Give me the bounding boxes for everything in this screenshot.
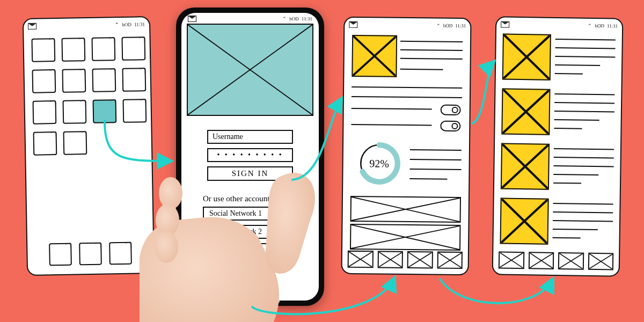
dock-icon[interactable] [49, 243, 72, 266]
text-line [553, 165, 613, 167]
sign-in-button[interactable]: SIGN IN [207, 166, 293, 181]
avatar-placeholder [352, 35, 397, 77]
text-line [400, 58, 463, 60]
image-placeholder [350, 224, 460, 251]
text-line [555, 56, 615, 58]
text-line [352, 108, 432, 110]
clock-text: 11:31 [607, 23, 618, 28]
home-bar[interactable] [221, 300, 280, 303]
text-line [555, 47, 616, 49]
wireframe-flow-diagram: ⌃ bOD 11:31 [0, 0, 644, 322]
username-field[interactable]: Username [207, 130, 293, 144]
text-line [554, 128, 582, 129]
tab-item[interactable] [588, 253, 613, 270]
text-line [351, 124, 431, 126]
feed-row[interactable] [501, 143, 614, 191]
tab-item[interactable] [558, 252, 584, 270]
text-line [553, 182, 581, 184]
signal-text: bOD [443, 23, 453, 28]
password-field[interactable]: • • • • • • • • • [207, 148, 293, 162]
app-icon[interactable] [92, 68, 116, 92]
device-screen: ⌃ bOD 11:31 Username • • • • • • • • • S… [181, 13, 319, 301]
mail-icon [501, 21, 509, 28]
text-line [553, 174, 598, 175]
feed-row[interactable] [500, 198, 613, 246]
text-line [553, 220, 613, 222]
social-login-button[interactable]: Social Network 2 [203, 225, 297, 239]
toggle-switch[interactable] [441, 105, 461, 115]
text-line [554, 148, 614, 150]
tab-item[interactable] [528, 252, 554, 269]
text-line [400, 49, 463, 51]
clock-text: 11:31 [302, 16, 312, 21]
text-line [352, 96, 462, 98]
progress-gauge: 92% [356, 140, 402, 187]
app-icon[interactable] [91, 37, 115, 61]
svg-point-4 [155, 231, 178, 263]
app-icon[interactable] [31, 38, 55, 62]
screen-feed: ⌃ bOD 11:31 [492, 16, 624, 276]
dock [27, 241, 153, 266]
text-line [409, 178, 447, 180]
text-line [410, 159, 462, 160]
tab-item[interactable] [499, 251, 524, 269]
clock-text: 11:31 [134, 21, 145, 27]
wifi-icon: ⌃ [115, 22, 119, 27]
image-placeholder [350, 196, 461, 223]
app-icon[interactable] [33, 100, 57, 125]
status-bar: ⌃ bOD 11:31 [501, 21, 618, 30]
tab-item[interactable] [348, 251, 374, 268]
app-icon[interactable] [63, 131, 87, 155]
login-form: Username • • • • • • • • • SIGN IN [207, 130, 293, 181]
text-line [554, 111, 614, 113]
thumbnail-placeholder [502, 34, 551, 80]
tab-item[interactable] [377, 251, 403, 268]
dock-icon[interactable] [109, 242, 132, 265]
app-icon[interactable] [62, 69, 86, 93]
app-icon[interactable] [32, 69, 56, 93]
text-line [553, 229, 598, 230]
app-icon[interactable] [121, 36, 145, 61]
text-line [400, 69, 443, 70]
text-line [554, 157, 614, 159]
social-login-button[interactable]: Social Network 1 [203, 207, 297, 221]
toggle-switch[interactable] [440, 121, 460, 131]
wifi-icon: ⌃ [588, 23, 592, 28]
app-icon[interactable] [122, 68, 146, 92]
app-icon[interactable] [63, 100, 87, 124]
signal-text: bOD [289, 16, 299, 21]
app-icon-selected[interactable] [92, 99, 116, 123]
tab-item[interactable] [407, 251, 433, 268]
tab-item[interactable] [437, 252, 463, 269]
status-right: ⌃ bOD 11:31 [282, 16, 312, 21]
mail-icon [188, 16, 196, 22]
screen-app-grid: ⌃ bOD 11:31 [23, 16, 155, 276]
text-line [555, 64, 600, 66]
wifi-icon: ⌃ [282, 16, 287, 21]
status-right: ⌃ bOD 11:31 [588, 23, 618, 29]
status-bar: ⌃ bOD 11:31 [188, 15, 312, 23]
app-icon[interactable] [122, 99, 147, 123]
feed-row[interactable] [502, 34, 616, 82]
hero-image-placeholder [187, 24, 313, 116]
app-icon[interactable] [61, 38, 85, 62]
text-line [553, 203, 613, 205]
feed-row[interactable] [501, 89, 614, 136]
status-right: ⌃ bOD 11:31 [436, 23, 466, 29]
dock-icon[interactable] [79, 243, 102, 266]
status-bar: ⌃ bOD 11:31 [28, 20, 145, 30]
status-right: ⌃ bOD 11:31 [115, 21, 145, 27]
text-line [352, 86, 462, 89]
text-line [554, 119, 599, 121]
signal-text: bOD [122, 22, 131, 27]
social-login-button[interactable]: Social Network 3 [203, 243, 297, 257]
screen-login-device: ⌃ bOD 11:31 Username • • • • • • • • • S… [176, 8, 324, 306]
screen-profile: ⌃ bOD 11:31 92% [341, 17, 471, 275]
wifi-icon: ⌃ [436, 23, 441, 28]
text-line [554, 102, 614, 104]
text-line [400, 41, 463, 42]
tab-bar [348, 251, 463, 269]
status-bar: ⌃ bOD 11:31 [349, 21, 466, 30]
app-icon[interactable] [33, 131, 57, 156]
text-line [555, 73, 583, 75]
